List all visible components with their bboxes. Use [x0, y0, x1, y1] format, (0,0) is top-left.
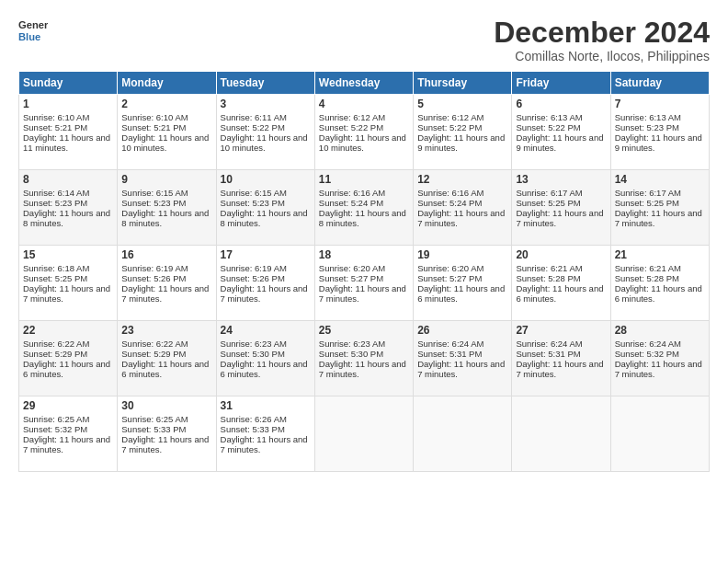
daylight: Daylight: 11 hours and 9 minutes.	[516, 132, 603, 153]
location-subtitle: Comillas Norte, Ilocos, Philippines	[494, 49, 710, 63]
sunset: Sunset: 5:26 PM	[221, 273, 285, 283]
sunrise: Sunrise: 6:26 AM	[221, 414, 287, 424]
sunset: Sunset: 5:30 PM	[221, 349, 285, 359]
daylight: Daylight: 11 hours and 6 minutes.	[221, 359, 308, 379]
sunrise: Sunrise: 6:15 AM	[221, 188, 287, 198]
sunset: Sunset: 5:21 PM	[121, 122, 186, 132]
sunrise: Sunrise: 6:24 AM	[417, 339, 483, 349]
calendar-table: Sunday Monday Tuesday Wednesday Thursday…	[18, 71, 710, 472]
daylight: Daylight: 11 hours and 10 minutes.	[319, 132, 406, 153]
day-number: 21	[615, 248, 705, 261]
sunset: Sunset: 5:32 PM	[615, 349, 679, 359]
daylight: Daylight: 11 hours and 9 minutes.	[615, 132, 702, 153]
sunset: Sunset: 5:22 PM	[417, 122, 482, 132]
sunrise: Sunrise: 6:14 AM	[23, 188, 89, 198]
table-row: 15 Sunrise: 6:18 AM Sunset: 5:25 PM Dayl…	[19, 246, 710, 321]
sunset: Sunset: 5:29 PM	[121, 349, 186, 359]
sunrise: Sunrise: 6:21 AM	[615, 263, 681, 273]
daylight: Daylight: 11 hours and 7 minutes.	[23, 434, 110, 454]
list-item: 27 Sunrise: 6:24 AM Sunset: 5:31 PM Dayl…	[512, 321, 610, 396]
daylight: Daylight: 11 hours and 6 minutes.	[23, 359, 110, 379]
sunset: Sunset: 5:22 PM	[516, 122, 580, 132]
sunset: Sunset: 5:30 PM	[319, 349, 383, 359]
day-number: 3	[221, 98, 311, 110]
daylight: Daylight: 11 hours and 7 minutes.	[615, 208, 702, 228]
daylight: Daylight: 11 hours and 6 minutes.	[417, 283, 505, 304]
col-wednesday: Wednesday	[314, 72, 413, 95]
sunset: Sunset: 5:26 PM	[121, 273, 186, 283]
day-number: 8	[23, 173, 113, 186]
list-item: 14 Sunrise: 6:17 AM Sunset: 5:25 PM Dayl…	[610, 170, 709, 246]
daylight: Daylight: 11 hours and 6 minutes.	[516, 283, 603, 304]
daylight: Daylight: 11 hours and 6 minutes.	[615, 283, 702, 304]
daylight: Daylight: 11 hours and 7 minutes.	[417, 208, 505, 228]
sunrise: Sunrise: 6:24 AM	[615, 339, 681, 349]
sunset: Sunset: 5:33 PM	[221, 424, 285, 434]
list-item: 5 Sunrise: 6:12 AM Sunset: 5:22 PM Dayli…	[414, 95, 512, 170]
daylight: Daylight: 11 hours and 8 minutes.	[23, 208, 110, 228]
col-tuesday: Tuesday	[216, 72, 314, 95]
table-row: 1 Sunrise: 6:10 AM Sunset: 5:21 PM Dayli…	[19, 95, 710, 170]
list-item: 23 Sunrise: 6:22 AM Sunset: 5:29 PM Dayl…	[118, 321, 216, 396]
day-number: 10	[221, 173, 311, 186]
calendar-page: GeneralBlue December 2024 Comillas Norte…	[0, 0, 728, 563]
daylight: Daylight: 11 hours and 9 minutes.	[417, 132, 505, 153]
day-number: 23	[121, 324, 211, 337]
sunrise: Sunrise: 6:16 AM	[417, 188, 483, 198]
daylight: Daylight: 11 hours and 8 minutes.	[319, 208, 406, 228]
sunset: Sunset: 5:22 PM	[319, 122, 383, 132]
sunrise: Sunrise: 6:12 AM	[319, 112, 385, 122]
sunrise: Sunrise: 6:21 AM	[516, 263, 582, 273]
svg-text:Blue: Blue	[18, 31, 40, 42]
sunset: Sunset: 5:27 PM	[417, 273, 482, 283]
title-block: December 2024 Comillas Norte, Ilocos, Ph…	[494, 17, 710, 63]
sunrise: Sunrise: 6:13 AM	[615, 112, 681, 122]
list-item: 18 Sunrise: 6:20 AM Sunset: 5:27 PM Dayl…	[314, 246, 413, 321]
day-number: 27	[516, 324, 606, 337]
sunset: Sunset: 5:24 PM	[319, 198, 383, 208]
daylight: Daylight: 11 hours and 8 minutes.	[221, 208, 308, 228]
day-number: 31	[221, 399, 311, 412]
sunrise: Sunrise: 6:20 AM	[319, 263, 385, 273]
day-number: 24	[221, 324, 311, 337]
logo: GeneralBlue	[18, 17, 48, 46]
list-item: 6 Sunrise: 6:13 AM Sunset: 5:22 PM Dayli…	[512, 95, 610, 170]
sunrise: Sunrise: 6:25 AM	[121, 414, 188, 424]
sunset: Sunset: 5:25 PM	[23, 273, 87, 283]
list-item: 13 Sunrise: 6:17 AM Sunset: 5:25 PM Dayl…	[512, 170, 610, 246]
daylight: Daylight: 11 hours and 11 minutes.	[23, 132, 110, 153]
daylight: Daylight: 11 hours and 8 minutes.	[121, 208, 209, 228]
day-number: 14	[615, 173, 705, 186]
list-item: 15 Sunrise: 6:18 AM Sunset: 5:25 PM Dayl…	[19, 246, 118, 321]
daylight: Daylight: 11 hours and 7 minutes.	[319, 359, 406, 379]
sunset: Sunset: 5:29 PM	[23, 349, 87, 359]
empty-cell	[414, 396, 512, 472]
daylight: Daylight: 11 hours and 7 minutes.	[121, 283, 209, 304]
sunset: Sunset: 5:23 PM	[221, 198, 285, 208]
list-item: 7 Sunrise: 6:13 AM Sunset: 5:23 PM Dayli…	[610, 95, 709, 170]
day-number: 17	[221, 248, 311, 261]
list-item: 1 Sunrise: 6:10 AM Sunset: 5:21 PM Dayli…	[19, 95, 118, 170]
daylight: Daylight: 11 hours and 7 minutes.	[516, 208, 603, 228]
list-item: 29 Sunrise: 6:25 AM Sunset: 5:32 PM Dayl…	[19, 396, 118, 472]
sunset: Sunset: 5:28 PM	[615, 273, 679, 283]
list-item: 26 Sunrise: 6:24 AM Sunset: 5:31 PM Dayl…	[414, 321, 512, 396]
sunset: Sunset: 5:31 PM	[417, 349, 482, 359]
month-title: December 2024	[494, 17, 710, 49]
sunrise: Sunrise: 6:19 AM	[221, 263, 287, 273]
list-item: 21 Sunrise: 6:21 AM Sunset: 5:28 PM Dayl…	[610, 246, 709, 321]
day-number: 9	[121, 173, 211, 186]
sunset: Sunset: 5:32 PM	[23, 424, 87, 434]
svg-text:General: General	[18, 19, 48, 30]
daylight: Daylight: 11 hours and 7 minutes.	[23, 283, 110, 304]
list-item: 24 Sunrise: 6:23 AM Sunset: 5:30 PM Dayl…	[216, 321, 314, 396]
sunrise: Sunrise: 6:24 AM	[516, 339, 582, 349]
daylight: Daylight: 11 hours and 7 minutes.	[221, 283, 308, 304]
list-item: 3 Sunrise: 6:11 AM Sunset: 5:22 PM Dayli…	[216, 95, 314, 170]
daylight: Daylight: 11 hours and 7 minutes.	[221, 434, 308, 454]
sunset: Sunset: 5:21 PM	[23, 122, 87, 132]
daylight: Daylight: 11 hours and 6 minutes.	[121, 359, 209, 379]
sunset: Sunset: 5:28 PM	[516, 273, 580, 283]
day-number: 13	[516, 173, 606, 186]
day-number: 11	[319, 173, 409, 186]
